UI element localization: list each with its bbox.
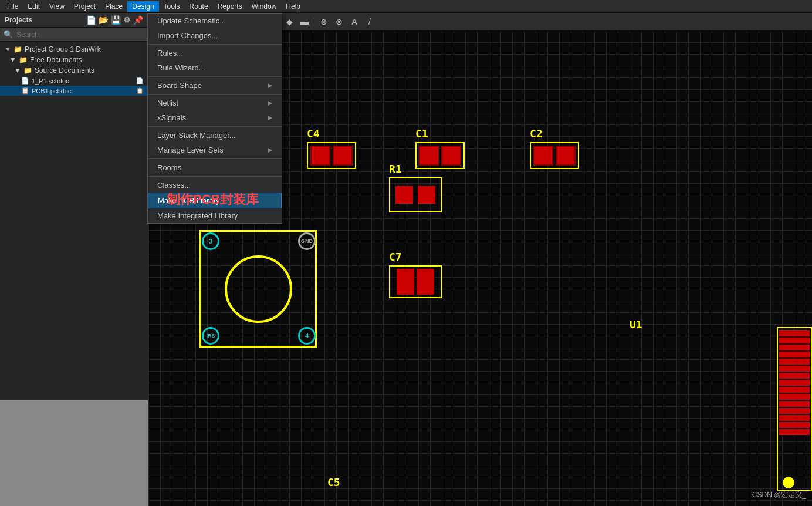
menu-netlist[interactable]: Netlist ▶	[148, 96, 282, 110]
u1-pin-7	[779, 373, 810, 379]
rule-wizard-label: Rule Wizard...	[157, 63, 205, 72]
component-c7: C7	[389, 251, 442, 298]
u1-pin-4	[779, 352, 810, 357]
menu-make-integrated-library[interactable]: Make Integrated Library	[148, 208, 282, 223]
reset-pad-4: 4	[298, 327, 316, 345]
menu-rules[interactable]: Rules...	[148, 46, 282, 60]
expand-icon: ▼	[5, 46, 11, 53]
panel-title: Projects	[5, 16, 32, 24]
c7-pad-2	[417, 269, 434, 295]
r1-pad-1	[395, 186, 413, 204]
tree-item-project-group[interactable]: ▼ 📁 Project Group 1.DsnWrk	[0, 44, 148, 55]
make-pcb-library-label: Make PCB Library	[158, 196, 219, 205]
tree-item-source-documents[interactable]: ▼ 📁 Source Documents	[0, 65, 148, 76]
toolbar-btn-text2[interactable]: A	[347, 15, 361, 28]
expand-icon-source: ▼	[14, 66, 21, 75]
u1-pin-3	[779, 345, 810, 350]
toolbar-btn-via[interactable]: ⊛	[317, 15, 331, 28]
menu-update-schematic[interactable]: Update Schematic...	[148, 14, 282, 28]
component-c4: C4	[307, 127, 356, 169]
menu-file[interactable]: File	[2, 1, 23, 12]
make-integrated-library-label: Make Integrated Library	[157, 211, 238, 220]
folder-icon-source: 📁	[23, 66, 32, 75]
pcbdoc-label: PCB1.pcbdoc	[32, 87, 71, 95]
menu-window[interactable]: Window	[247, 1, 282, 12]
menu-help[interactable]: Help	[281, 1, 305, 12]
u1-pin-2	[779, 338, 810, 343]
u1-pin-6	[779, 366, 810, 372]
panel-pin-icon[interactable]: 📌	[133, 15, 143, 25]
r1-pad-2	[418, 186, 435, 204]
schdoc-badge: 📄	[136, 77, 143, 84]
menu-project[interactable]: Project	[69, 1, 100, 12]
u1-pin-1	[779, 330, 810, 336]
u1-pin-11	[779, 401, 810, 407]
panel-icon-open[interactable]: 📂	[99, 15, 109, 25]
expand-icon-free: ▼	[9, 56, 16, 64]
menu-xsignals[interactable]: xSignals ▶	[148, 110, 282, 125]
tree-item-pcbdoc[interactable]: 📋 PCB1.pcbdoc 📋	[0, 86, 148, 96]
component-c2: C2	[530, 127, 579, 169]
menu-route[interactable]: Route	[185, 1, 213, 12]
menu-classes[interactable]: Classes...	[148, 178, 282, 193]
panel-icon-save[interactable]: 💾	[111, 15, 121, 25]
source-documents-label: Source Documents	[35, 66, 94, 75]
menu-view[interactable]: View	[45, 1, 69, 12]
u1-pin-5	[779, 359, 810, 365]
label-c2: C2	[530, 127, 579, 140]
c2-pad-1	[533, 146, 553, 166]
toolbar-btn-track[interactable]: ▬	[297, 15, 312, 28]
toolbar-btn-copper[interactable]: ⊜	[332, 15, 346, 28]
schdoc-label: 1_P1.schdoc	[32, 77, 69, 85]
board-shape-arrow: ▶	[268, 82, 272, 89]
tree-item-schdoc[interactable]: 📄 1_P1.schdoc 📄	[0, 76, 148, 86]
menu-reports[interactable]: Reports	[213, 1, 247, 12]
pcb-file-icon: 📋	[21, 87, 29, 95]
u1-pin-9	[779, 387, 810, 393]
c2-pads	[530, 142, 579, 169]
u1-pin-10	[779, 394, 810, 400]
menu-rooms[interactable]: Rooms	[148, 160, 282, 175]
manage-layers-arrow: ▶	[268, 146, 272, 154]
yellow-dot	[783, 477, 794, 488]
menu-tools[interactable]: Tools	[159, 1, 185, 12]
panel-header: Projects 📄 📂 💾 ⚙ 📌	[0, 13, 148, 28]
component-r1: R1	[389, 163, 442, 212]
pcbdoc-badge: 📋	[136, 87, 143, 94]
toolbar-sep-3	[314, 17, 314, 26]
menu-edit[interactable]: Edit	[23, 1, 45, 12]
free-documents-label: Free Documents	[30, 56, 82, 64]
menu-board-shape[interactable]: Board Shape ▶	[148, 78, 282, 93]
reset-circle	[225, 255, 292, 323]
menu-sep-2	[148, 76, 282, 77]
update-schematic-label: Update Schematic...	[157, 16, 226, 25]
tree-item-free-documents[interactable]: ▼ 📁 Free Documents	[0, 55, 148, 65]
panel-icon-new[interactable]: 📄	[86, 15, 96, 25]
menu-make-pcb-library[interactable]: Make PCB Library	[148, 193, 282, 208]
c4-pad-2	[333, 146, 353, 166]
menu-place[interactable]: Place	[100, 1, 127, 12]
xsignals-arrow: ▶	[268, 114, 272, 122]
folder-icon-free: 📁	[19, 56, 28, 64]
project-group-label: Project Group 1.DsnWrk	[25, 45, 101, 53]
search-input[interactable]	[16, 31, 144, 39]
panel-header-icons: 📄 📂 💾 ⚙ 📌	[86, 15, 143, 25]
toolbar-btn-line[interactable]: /	[363, 15, 377, 28]
menu-import-changes[interactable]: Import Changes...	[148, 28, 282, 43]
label-c1: C1	[415, 127, 465, 140]
toolbar-btn-pad[interactable]: ◆	[282, 15, 296, 28]
menu-rule-wizard[interactable]: Rule Wizard...	[148, 60, 282, 75]
u1-pin-12	[779, 408, 810, 414]
menu-design[interactable]: Design	[127, 1, 158, 12]
label-c7: C7	[389, 251, 442, 263]
menu-layer-stack[interactable]: Layer Stack Manager...	[148, 128, 282, 143]
netlist-arrow: ▶	[268, 99, 272, 107]
reset-pad-gnd: GND	[298, 232, 316, 250]
reset-pad-3: 3	[202, 232, 219, 250]
panel-icon-settings[interactable]: ⚙	[123, 15, 131, 25]
u1-pin-13	[779, 415, 810, 421]
schematic-file-icon: 📄	[21, 77, 29, 85]
u1-pin-8	[779, 380, 810, 386]
menu-manage-layers[interactable]: Manage Layer Sets ▶	[148, 143, 282, 157]
reset-pad-2: IRS	[202, 327, 219, 345]
